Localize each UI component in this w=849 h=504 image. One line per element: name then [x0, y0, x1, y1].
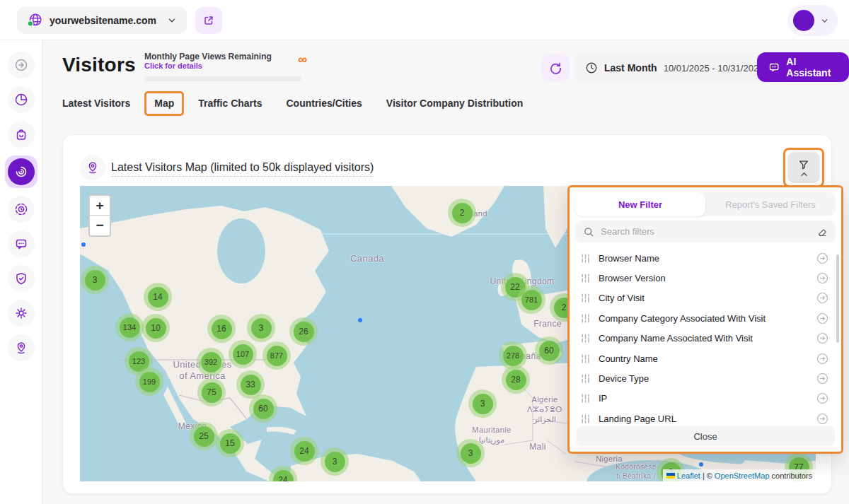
visitor-cluster-marker[interactable]: 14 [144, 283, 172, 311]
sidebar-collapse-icon[interactable] [8, 52, 35, 78]
filter-toggle-button[interactable] [787, 152, 820, 183]
cluster-count: 10 [146, 318, 166, 339]
tab-latest-visitors[interactable]: Latest Visitors [62, 98, 130, 115]
map-country-label: Mali [529, 442, 546, 452]
sidebar-item-sessions[interactable] [8, 196, 35, 223]
tab-countries-cities[interactable]: Countries/Cities [286, 98, 362, 115]
cluster-count: 60 [539, 341, 560, 361]
visitor-cluster-marker[interactable]: 26 [289, 317, 318, 346]
visitor-dot-marker[interactable] [81, 242, 86, 247]
arrow-right-circle-icon[interactable] [816, 373, 828, 385]
visitor-dot-marker[interactable] [358, 318, 362, 322]
visitor-cluster-marker[interactable]: 781 [517, 286, 545, 314]
arrow-right-circle-icon[interactable] [816, 272, 828, 284]
tabs-row: Latest VisitorsMapTraffic ChartsCountrie… [62, 98, 523, 116]
cluster-count: 3 [85, 270, 105, 291]
leaflet-link[interactable]: Leaflet [677, 471, 700, 480]
arrow-right-circle-icon[interactable] [816, 413, 828, 425]
pageviews-details-link[interactable]: Click for details [144, 61, 306, 70]
visitor-cluster-marker[interactable]: 10 [142, 314, 170, 342]
visitor-cluster-marker[interactable]: 2 [448, 199, 476, 227]
filter-item-row[interactable]: Company Name Associated With Visit [570, 329, 841, 348]
sidebar-item-visitors-active[interactable] [5, 156, 37, 188]
visitor-cluster-marker[interactable]: 28 [502, 365, 530, 394]
filter-panel-scrollbar[interactable] [836, 254, 839, 343]
sliders-icon [581, 354, 590, 363]
arrow-right-circle-icon[interactable] [816, 392, 828, 404]
sidebar-nav [0, 40, 42, 504]
visitor-cluster-marker[interactable]: 3 [456, 439, 485, 467]
tab-label: Traffic Charts [198, 98, 262, 109]
eraser-icon[interactable] [816, 226, 828, 238]
date-preset-label: Last Month [604, 62, 657, 74]
sidebar-item-ecommerce[interactable] [8, 121, 35, 148]
visitor-cluster-marker[interactable]: 16 [207, 315, 236, 343]
filter-item-row[interactable]: Company Category Associated With Visit [570, 308, 841, 328]
map-card-icon-wrap [80, 155, 105, 180]
pageviews-infinity-value: ∞ [298, 56, 307, 63]
arrow-right-circle-icon[interactable] [816, 332, 828, 344]
sidebar-item-privacy[interactable] [8, 265, 35, 292]
filter-item-row[interactable]: Browser Version [570, 268, 841, 288]
map-attribution: Leaflet | © OpenStreetMap contributors [663, 469, 816, 481]
visitor-cluster-marker[interactable]: 134 [115, 313, 144, 341]
visitor-cluster-marker[interactable]: 3 [468, 389, 497, 418]
sliders-icon [581, 314, 590, 323]
filter-item-label: Device Type [599, 373, 808, 384]
open-website-button[interactable] [195, 7, 222, 34]
tab-new-filter[interactable]: New Filter [575, 192, 705, 216]
location-pin-icon [86, 160, 100, 175]
ai-assistant-button[interactable]: AI Assistant [757, 52, 849, 82]
visitor-cluster-marker[interactable]: 877 [262, 341, 291, 370]
filter-item-row[interactable]: Country Name [570, 348, 841, 368]
zoom-in-button[interactable]: + [90, 196, 110, 216]
cluster-count: 15 [220, 433, 241, 454]
sidebar-item-visitor-map[interactable] [8, 334, 35, 361]
sidebar-item-dashboard[interactable] [8, 86, 35, 113]
filter-item-row[interactable]: City of Visit [570, 288, 841, 308]
avatar [793, 10, 814, 31]
cluster-count: 2 [452, 203, 473, 223]
visitor-cluster-marker[interactable]: 107 [229, 340, 257, 368]
arrow-right-circle-icon[interactable] [816, 353, 828, 365]
tab-map[interactable]: Map [154, 98, 174, 116]
filter-item-row[interactable]: IP [570, 389, 841, 409]
visitor-cluster-marker[interactable]: 392 [197, 348, 225, 376]
visitor-cluster-marker[interactable]: 24 [290, 437, 318, 465]
tab-visitor-company-distribution[interactable]: Visitor Company Distribution [386, 98, 523, 115]
sidebar-item-feedback[interactable] [8, 230, 35, 257]
arrow-right-circle-icon[interactable] [816, 252, 828, 264]
filter-item-row[interactable]: Device Type [570, 368, 841, 388]
arrow-right-circle-icon[interactable] [816, 312, 828, 324]
visitor-cluster-marker[interactable]: 60 [249, 394, 277, 423]
attribution-suffix: contributors [772, 471, 812, 480]
visitor-cluster-marker[interactable]: 3 [247, 314, 275, 342]
sidebar-item-settings[interactable] [8, 300, 35, 327]
visitor-cluster-marker[interactable]: 75 [197, 378, 226, 406]
cluster-count: 26 [294, 322, 314, 342]
website-selector[interactable]: yourwebsitename.com [17, 7, 187, 34]
filter-items-list: Browser Name Browser Version City of Vis… [570, 248, 841, 429]
filter-item-label: Company Name Associated With Visit [599, 333, 808, 344]
filter-close-button[interactable]: Close [576, 426, 835, 446]
user-menu[interactable] [787, 5, 838, 36]
tab-traffic-charts[interactable]: Traffic Charts [198, 98, 262, 115]
tab-saved-filters[interactable]: Report's Saved Filters [705, 192, 836, 216]
filter-item-row[interactable]: Browser Name [570, 248, 841, 268]
visitor-cluster-marker[interactable]: 3 [81, 266, 109, 294]
filter-search-input[interactable] [601, 226, 810, 237]
osm-link[interactable]: OpenStreetMap [715, 471, 770, 480]
arrow-right-circle-icon[interactable] [816, 292, 828, 304]
visitor-cluster-marker[interactable]: 25 [190, 422, 218, 450]
refresh-button[interactable] [541, 54, 570, 82]
cluster-count: 134 [120, 317, 140, 338]
visitor-cluster-marker[interactable]: 199 [135, 368, 163, 396]
visitor-cluster-marker[interactable]: 3 [320, 447, 349, 476]
visitor-dot-marker[interactable] [699, 462, 703, 467]
sliders-icon [581, 414, 590, 423]
visitor-cluster-marker[interactable]: 15 [216, 429, 244, 457]
zoom-out-button[interactable]: − [90, 216, 110, 235]
tab-label: Map [154, 98, 174, 109]
visitor-cluster-marker[interactable]: 60 [535, 336, 563, 365]
cluster-count: 14 [148, 287, 168, 307]
